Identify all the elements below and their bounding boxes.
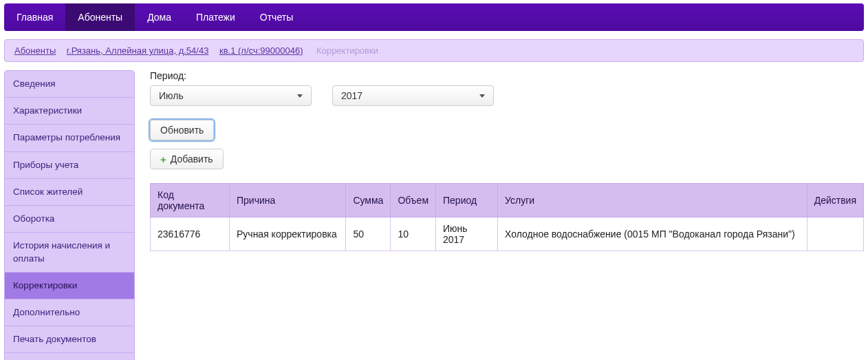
- sidebar-item-turnover[interactable]: Оборотка: [5, 206, 134, 233]
- tab-main[interactable]: Главная: [4, 3, 65, 31]
- year-select-value: 2017: [341, 90, 362, 101]
- cell-sum: 50: [346, 218, 391, 251]
- main-content: Период: Июль 2017 Обновить + Добавить: [150, 70, 864, 360]
- cell-service: Холодное водоснабжение (0015 МП "Водокан…: [498, 218, 807, 251]
- tab-houses[interactable]: Дома: [135, 3, 184, 31]
- corrections-table: Код документа Причина Сумма Объем Период…: [150, 183, 864, 251]
- top-nav: Главная Абоненты Дома Платежи Отчеты: [4, 3, 864, 31]
- month-select-value: Июль: [159, 90, 184, 101]
- sidebar-item-meters[interactable]: Приборы учета: [5, 152, 134, 179]
- sidebar-item-print[interactable]: Печать документов: [5, 326, 134, 353]
- col-volume: Объем: [391, 184, 436, 218]
- breadcrumb-link-account[interactable]: кв.1 (л/сч:99000046): [219, 45, 303, 56]
- table-row: 23616776 Ручная корректировка 50 10 Июнь…: [151, 218, 864, 251]
- col-code: Код документа: [151, 184, 230, 218]
- tab-reports[interactable]: Отчеты: [248, 3, 305, 31]
- breadcrumb-link-subscribers[interactable]: Абоненты: [14, 45, 56, 56]
- period-label: Период:: [150, 70, 864, 81]
- col-period: Период: [436, 184, 498, 218]
- cell-reason: Ручная корректировка: [230, 218, 346, 251]
- sidebar-item-consumption[interactable]: Параметры потребления: [5, 125, 134, 151]
- cell-actions[interactable]: [807, 218, 863, 251]
- col-service: Услуги: [498, 184, 807, 218]
- breadcrumb-current: Корректировки: [316, 45, 378, 56]
- chevron-down-icon: [297, 94, 303, 98]
- col-reason: Причина: [230, 184, 346, 218]
- refresh-button-label: Обновить: [160, 125, 204, 136]
- sidebar-item-characteristics[interactable]: Характеристики: [5, 98, 134, 125]
- cell-volume: 10: [391, 218, 436, 251]
- add-button-label: Добавить: [171, 153, 213, 165]
- cell-code: 23616776: [151, 218, 230, 251]
- year-select[interactable]: 2017: [332, 85, 494, 106]
- sidebar-item-residents[interactable]: Список жителей: [5, 179, 134, 206]
- col-sum: Сумма: [346, 184, 391, 218]
- sidebar-item-changelog[interactable]: Просмотр истории изменений: [5, 353, 134, 360]
- add-button[interactable]: + Добавить: [150, 149, 224, 169]
- plus-icon: +: [160, 153, 166, 165]
- cell-period: Июнь 2017: [436, 218, 498, 251]
- table-header-row: Код документа Причина Сумма Объем Период…: [151, 184, 864, 218]
- sidebar-item-info[interactable]: Сведения: [5, 71, 134, 98]
- breadcrumb: Абоненты г.Рязань, Аллейная улица, д.54/…: [4, 39, 864, 62]
- sidebar: Сведения Характеристики Параметры потреб…: [4, 70, 135, 360]
- tab-payments[interactable]: Платежи: [184, 3, 248, 31]
- sidebar-item-corrections[interactable]: Корректировки: [5, 273, 134, 299]
- breadcrumb-link-address[interactable]: г.Рязань, Аллейная улица, д.54/43: [67, 45, 209, 56]
- month-select[interactable]: Июль: [150, 85, 312, 106]
- tab-subscribers[interactable]: Абоненты: [65, 3, 135, 31]
- sidebar-item-history[interactable]: История начисления и оплаты: [5, 233, 134, 272]
- sidebar-item-additional[interactable]: Дополнительно: [5, 299, 134, 326]
- col-actions: Действия: [807, 184, 863, 218]
- chevron-down-icon: [479, 94, 485, 98]
- refresh-button[interactable]: Обновить: [150, 120, 214, 140]
